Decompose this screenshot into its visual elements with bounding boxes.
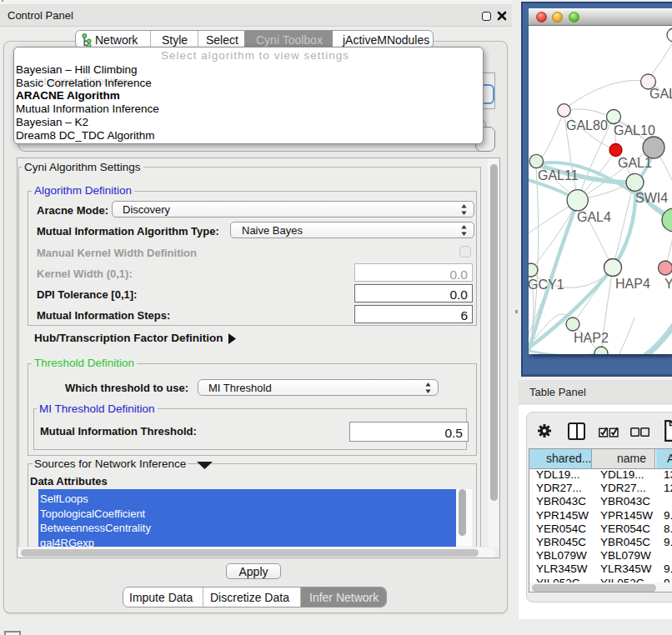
svg-text:GCY1: GCY1 bbox=[529, 278, 564, 292]
svg-text:GAL7: GAL7 bbox=[649, 87, 672, 101]
svg-text:GAL80: GAL80 bbox=[566, 118, 608, 132]
svg-text:GAL1: GAL1 bbox=[618, 156, 652, 170]
svg-text:HAP4: HAP4 bbox=[615, 277, 650, 291]
svg-text:GAL11: GAL11 bbox=[538, 168, 579, 182]
svg-text:SWI4: SWI4 bbox=[635, 191, 668, 205]
svg-text:HAP2: HAP2 bbox=[574, 331, 609, 345]
svg-text:GAL10: GAL10 bbox=[614, 123, 655, 138]
svg-text:GAL4: GAL4 bbox=[577, 210, 611, 224]
svg-text:Y: Y bbox=[664, 277, 672, 291]
